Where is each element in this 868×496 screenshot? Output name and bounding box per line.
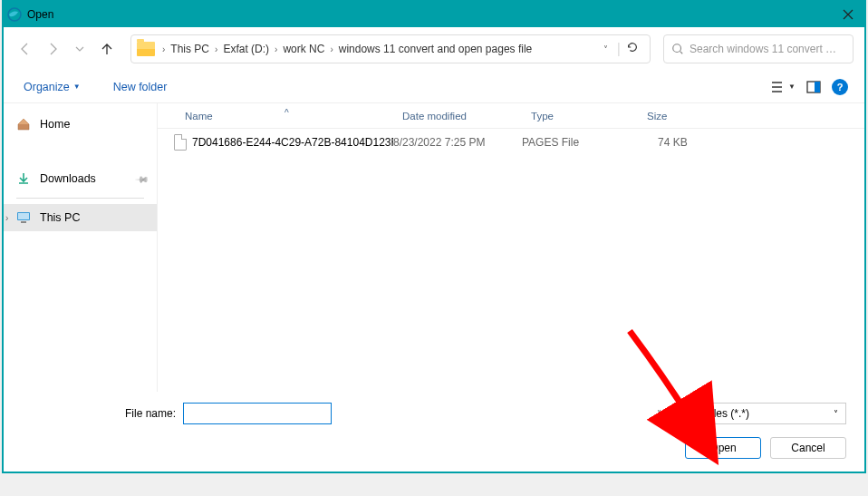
column-type[interactable]: Type bbox=[522, 111, 631, 122]
chevron-right-icon: › bbox=[215, 44, 217, 54]
chevron-down-icon: ▼ bbox=[788, 83, 796, 91]
sidebar: Home Downloads › This PC bbox=[4, 103, 158, 392]
chevron-right-icon: › bbox=[162, 44, 165, 54]
breadcrumb-item[interactable]: work NC bbox=[281, 41, 326, 57]
breadcrumb-dropdown[interactable]: ˅ bbox=[603, 44, 608, 54]
file-icon bbox=[174, 134, 187, 151]
breadcrumb-item[interactable]: Exfat (D:) bbox=[221, 41, 271, 57]
chevron-down-icon: ˅ bbox=[657, 409, 661, 419]
close-button[interactable] bbox=[835, 4, 861, 25]
column-headers: Name ^ Date modified Type Size bbox=[158, 103, 864, 129]
forward-button[interactable] bbox=[42, 38, 63, 60]
cancel-button[interactable]: Cancel bbox=[770, 437, 846, 459]
chevron-right-icon: › bbox=[275, 44, 277, 54]
refresh-button[interactable] bbox=[621, 41, 644, 57]
column-name[interactable]: Name ^ bbox=[158, 111, 393, 122]
file-size-cell: 74 KB bbox=[631, 136, 703, 149]
button-row: Open Cancel bbox=[22, 437, 846, 459]
svg-rect-5 bbox=[18, 213, 29, 219]
new-folder-button[interactable]: New folder bbox=[110, 77, 171, 97]
computer-icon bbox=[16, 211, 31, 224]
chevron-down-icon: ▼ bbox=[73, 83, 81, 91]
sidebar-item-home[interactable]: Home bbox=[4, 111, 157, 138]
sidebar-item-downloads[interactable]: Downloads bbox=[4, 165, 157, 192]
command-bar: Organize ▼ New folder ▼ ? bbox=[4, 71, 864, 103]
search-placeholder: Search windows 11 convert … bbox=[690, 43, 836, 55]
up-button[interactable] bbox=[96, 38, 118, 60]
svg-point-1 bbox=[673, 44, 681, 53]
breadcrumb[interactable]: › This PC › Exfat (D:) › work NC › windo… bbox=[130, 34, 651, 63]
view-options[interactable]: ▼ bbox=[771, 81, 796, 93]
breadcrumb-item[interactable]: This PC bbox=[169, 41, 211, 57]
sort-indicator: ^ bbox=[285, 108, 289, 118]
organize-menu[interactable]: Organize ▼ bbox=[20, 77, 84, 97]
file-row[interactable]: 7D041686-E244-4C29-A72B-84104D123FA... 8… bbox=[158, 129, 864, 156]
nav-toolbar: › This PC › Exfat (D:) › work NC › windo… bbox=[4, 27, 864, 71]
breadcrumb-item[interactable]: windows 11 convert and open pages file bbox=[337, 41, 534, 57]
chevron-right-icon[interactable]: › bbox=[5, 213, 8, 223]
chevron-down-icon: ˅ bbox=[834, 409, 838, 419]
chevron-right-icon: › bbox=[330, 44, 333, 54]
home-icon bbox=[16, 117, 31, 131]
dialog-body: Home Downloads › This PC Name ^ Date mod… bbox=[4, 103, 864, 392]
search-input[interactable]: Search windows 11 convert … bbox=[663, 34, 854, 63]
svg-rect-3 bbox=[815, 82, 820, 92]
filename-label: File name: bbox=[22, 407, 176, 420]
open-dialog: Open › This PC › Exfat (D:) › work NC › … bbox=[2, 0, 866, 473]
column-date[interactable]: Date modified bbox=[393, 111, 522, 122]
filename-row: File name: ˅ All files (*.*) ˅ bbox=[22, 403, 846, 424]
file-type-cell: PAGES File bbox=[522, 136, 631, 149]
app-icon bbox=[7, 7, 22, 22]
help-button[interactable]: ? bbox=[832, 79, 848, 95]
file-list-area: Name ^ Date modified Type Size 7D041686-… bbox=[158, 103, 864, 392]
back-button[interactable] bbox=[14, 38, 36, 60]
sidebar-item-this-pc[interactable]: › This PC bbox=[4, 204, 157, 231]
open-button[interactable]: Open bbox=[685, 437, 761, 459]
column-size[interactable]: Size bbox=[631, 111, 703, 122]
titlebar: Open bbox=[4, 2, 864, 27]
file-date-cell: 8/23/2022 7:25 PM bbox=[393, 136, 522, 149]
file-type-filter[interactable]: All files (*.*) ˅ bbox=[674, 403, 846, 424]
svg-rect-6 bbox=[21, 221, 26, 223]
download-icon bbox=[16, 171, 31, 186]
filename-input[interactable] bbox=[183, 403, 332, 424]
file-name-cell: 7D041686-E244-4C29-A72B-84104D123FA... bbox=[158, 134, 393, 151]
window-title: Open bbox=[27, 8, 835, 21]
dialog-footer: File name: ˅ All files (*.*) ˅ Open Canc… bbox=[4, 392, 864, 472]
recent-dropdown[interactable] bbox=[69, 38, 91, 60]
folder-icon bbox=[137, 42, 155, 56]
divider bbox=[16, 198, 144, 199]
preview-toggle[interactable] bbox=[806, 81, 821, 93]
